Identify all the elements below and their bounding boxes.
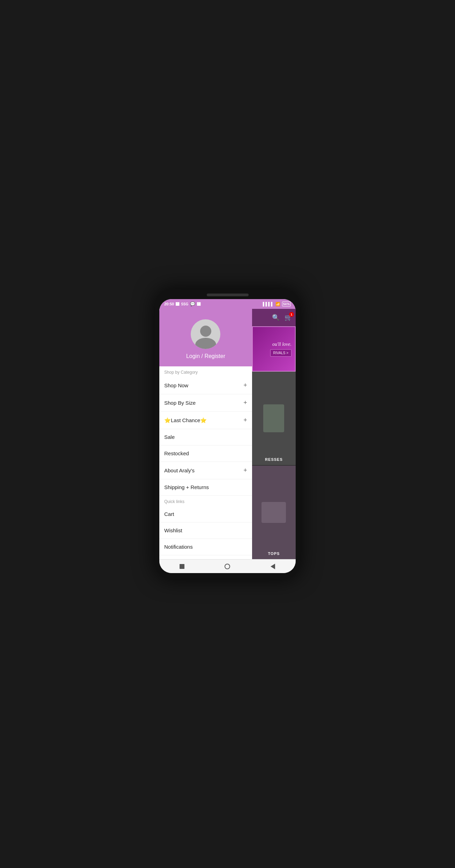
tops-label: TOPS [268, 551, 280, 556]
dress-image [263, 404, 284, 432]
login-register-link[interactable]: Login / Register [186, 353, 225, 359]
avatar [191, 319, 220, 349]
screen-body: Login / Register Shop by Category Shop N… [159, 309, 296, 559]
menu-item-shop-by-size[interactable]: Shop By Size + [159, 394, 252, 412]
avatar-head [200, 326, 211, 337]
menu-item-shipping[interactable]: Shipping + Returns [159, 479, 252, 496]
menu-item-wishlist[interactable]: Wishlist [159, 523, 252, 539]
expand-icon-shop-by-size: + [243, 399, 247, 406]
last-chance-label: ⭐Last Chance⭐ [164, 417, 207, 424]
signal-icon: ▌▌▌▌ [263, 302, 274, 306]
tops-card[interactable]: TOPS [252, 466, 296, 559]
menu-item-about-us[interactable]: About us [159, 555, 252, 559]
square-icon [180, 564, 184, 569]
whatsapp-icon: 💬 [190, 302, 195, 306]
circle-icon [225, 564, 230, 569]
cart-label: Cart [164, 511, 174, 517]
shop-now-label: Shop Now [164, 382, 188, 388]
expand-icon-last-chance: + [243, 417, 247, 424]
status-bar: 20:50 🅿 SSG 💬 🅿 ▌▌▌▌ 📶 54 % [159, 299, 296, 309]
quick-links-label: Quick links [159, 496, 252, 506]
category-section: Shop by Category Shop Now + Shop By Size… [159, 366, 252, 559]
menu-item-shop-now[interactable]: Shop Now + [159, 377, 252, 394]
dresses-card[interactable]: RESSES [252, 372, 296, 465]
menu-item-about-aralys[interactable]: About Araly's + [159, 462, 252, 479]
app-header: 🔍 🛒 1 [252, 309, 296, 326]
expand-icon-about-aralys: + [243, 467, 247, 474]
hero-button[interactable]: RIVALS > [270, 349, 291, 357]
search-icon[interactable]: 🔍 [272, 314, 280, 321]
menu-item-notifications[interactable]: Notifications [159, 539, 252, 555]
hero-banner: ou'll love. RIVALS > [252, 326, 296, 372]
battery-percent: 54 [283, 302, 287, 306]
phone-frame: 20:50 🅿 SSG 💬 🅿 ▌▌▌▌ 📶 54 % [155, 289, 300, 579]
tops-image [261, 502, 286, 523]
nav-home-button[interactable] [223, 563, 231, 570]
shipping-returns-label: Shipping + Returns [164, 484, 209, 490]
status-right: ▌▌▌▌ 📶 54 % [263, 302, 291, 306]
battery-indicator: 54 % [282, 302, 291, 306]
main-content: 🔍 🛒 1 ou'll love. RIVALS > RESSES [252, 309, 296, 559]
phone-screen: 20:50 🅿 SSG 💬 🅿 ▌▌▌▌ 📶 54 % [159, 299, 296, 573]
notifications-label: Notifications [164, 544, 193, 550]
wishlist-label: Wishlist [164, 527, 182, 533]
carrier-icon-p: 🅿 [176, 302, 179, 306]
menu-item-cart[interactable]: Cart [159, 506, 252, 523]
bottom-navigation [159, 559, 296, 573]
navigation-drawer: Login / Register Shop by Category Shop N… [159, 309, 252, 559]
menu-item-last-chance[interactable]: ⭐Last Chance⭐ + [159, 412, 252, 429]
sale-label: Sale [164, 434, 175, 440]
expand-icon-shop-now: + [243, 382, 247, 389]
avatar-body [195, 338, 216, 349]
shop-category-label: Shop by Category [159, 366, 252, 377]
phone-notch [207, 294, 249, 296]
shop-by-size-label: Shop By Size [164, 400, 196, 406]
dresses-label: RESSES [265, 457, 283, 462]
time-display: 20:50 [164, 302, 174, 306]
drawer-header[interactable]: Login / Register [159, 309, 252, 366]
hero-text: ou'll love. [272, 342, 291, 347]
cart-badge: 1 [289, 312, 294, 317]
category-cards: RESSES TOPS [252, 372, 296, 559]
status-left: 20:50 🅿 SSG 💬 🅿 [164, 302, 200, 306]
triangle-icon [271, 564, 275, 569]
menu-item-restocked[interactable]: Restocked [159, 446, 252, 462]
carrier-icon-p2: 🅿 [197, 302, 200, 306]
carrier-ssg: SSG [181, 302, 188, 306]
cart-icon-wrapper[interactable]: 🛒 1 [285, 314, 292, 321]
nav-recent-button[interactable] [269, 563, 277, 570]
about-aralys-label: About Araly's [164, 467, 195, 473]
restocked-label: Restocked [164, 450, 189, 456]
wifi-icon: 📶 [275, 302, 280, 306]
menu-item-sale[interactable]: Sale [159, 429, 252, 446]
nav-back-button[interactable] [178, 563, 186, 570]
